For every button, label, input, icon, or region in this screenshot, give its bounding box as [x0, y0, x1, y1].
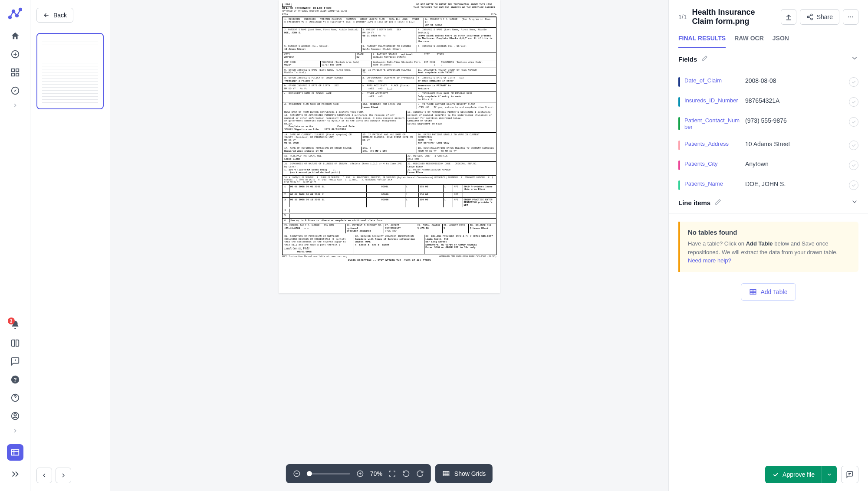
explore-icon[interactable]: [10, 86, 20, 95]
collapse-icon[interactable]: [10, 469, 20, 479]
svg-point-1: [12, 10, 15, 13]
total-charge: 475 00: [420, 227, 429, 230]
results-panel: 1/1 Health Insurance Claim form.png Shar…: [668, 0, 868, 491]
birth-date: 05 01 1925: [362, 34, 377, 37]
illness-date: 06 01 2008: [284, 141, 299, 144]
notifications-icon[interactable]: 3: [10, 320, 20, 330]
svg-rect-18: [443, 471, 449, 476]
approve-dropdown[interactable]: [822, 466, 837, 483]
fit-button[interactable]: [388, 470, 396, 478]
back-button[interactable]: Back: [36, 8, 73, 23]
document-page: 1500 HEALTH INSURANCE CLAIM FORM APPROVE…: [279, 0, 500, 293]
expand-rail-icon[interactable]: [12, 102, 18, 110]
svg-text:?: ?: [13, 377, 16, 383]
help-link[interactable]: Need more help?: [688, 257, 731, 264]
left-rail: 3 ?: [0, 0, 30, 491]
field-label: Patients_City: [684, 160, 741, 167]
field-color-bar: [678, 160, 680, 170]
arrow-left-icon: [43, 12, 50, 19]
field-row[interactable]: Patients_NameDOE, JOHN S.: [678, 175, 858, 192]
field-color-bar: [678, 117, 680, 130]
field-label: Insureds_ID_Number: [684, 97, 741, 104]
prev-page-button[interactable]: [36, 468, 52, 483]
claim-date: 08/08/2008: [332, 128, 346, 131]
apps-icon[interactable]: [10, 68, 20, 77]
add-table-label: Add Table: [760, 288, 787, 295]
svg-point-2: [16, 14, 18, 17]
add-table-button[interactable]: Add Table: [741, 283, 796, 301]
docs-icon[interactable]: [10, 338, 20, 348]
field-verify-button[interactable]: [849, 160, 858, 170]
field-value: 987654321A: [745, 97, 845, 104]
approve-label: Approve file: [783, 471, 815, 478]
page-thumbnail[interactable]: [36, 33, 104, 109]
field-row[interactable]: Patients_Address10 Adams Street: [678, 135, 858, 155]
comment-icon: [846, 471, 854, 478]
help-icon[interactable]: [10, 393, 20, 403]
svg-point-19: [811, 14, 812, 16]
avoid-rejection: AVOID REJECTION -- STAY WITHIN THE LINES…: [282, 259, 496, 262]
zoom-slider[interactable]: [307, 473, 350, 475]
table-view-icon[interactable]: [7, 444, 23, 461]
patient-phone: (973) 555-9876: [322, 63, 342, 66]
medigap: "Medigap" & Policy #: [284, 79, 313, 82]
field-verify-button[interactable]: [849, 117, 858, 127]
thumbnail-preview: [39, 36, 101, 107]
feedback-icon[interactable]: [10, 357, 20, 366]
pica-right: PICA: [491, 13, 496, 16]
document-canvas[interactable]: 1500 HEALTH INSURANCE CLAIM FORM APPROVE…: [110, 0, 668, 491]
grid-icon: [442, 470, 450, 478]
add-icon[interactable]: [10, 49, 20, 59]
field-label: Date_of_Claim: [684, 77, 741, 84]
next-page-button[interactable]: [56, 468, 71, 483]
comment-button[interactable]: [841, 466, 858, 483]
check-icon: [772, 471, 779, 478]
account-icon[interactable]: [10, 411, 20, 421]
svg-rect-15: [11, 450, 19, 455]
rotate-left-button[interactable]: [402, 470, 410, 478]
help-solid-icon[interactable]: ?: [10, 375, 20, 384]
field-value: (973) 555-9876: [745, 117, 845, 124]
edit-line-items-button[interactable]: [715, 199, 721, 207]
tab-final-results[interactable]: FINAL RESULTS: [678, 35, 726, 48]
pencil-icon: [701, 55, 708, 62]
field-verify-button[interactable]: [849, 180, 858, 190]
field-row[interactable]: Patients_CityAnytown: [678, 155, 858, 175]
field-value: 10 Adams Street: [745, 141, 845, 147]
rotate-right-button[interactable]: [416, 470, 424, 478]
app-logo[interactable]: [8, 7, 22, 21]
field-row[interactable]: Insureds_ID_Number987654321A: [678, 92, 858, 112]
page-counter: 1/1: [678, 13, 687, 20]
field-row[interactable]: Date_of_Claim2008-08-08: [678, 72, 858, 92]
upload-button[interactable]: [781, 9, 796, 25]
field-color-bar: [678, 77, 680, 87]
edit-fields-button[interactable]: [701, 55, 708, 63]
zoom-in-button[interactable]: [356, 470, 364, 478]
show-grids-button[interactable]: Show Grids: [435, 464, 493, 483]
collapse-fields-button[interactable]: [851, 54, 858, 64]
tab-json[interactable]: JSON: [773, 35, 789, 48]
field-row[interactable]: Patient_Contact_Number(973) 555-9876: [678, 112, 858, 135]
infobox-title: No tables found: [688, 229, 851, 236]
approve-button[interactable]: Approve file: [765, 466, 837, 483]
svg-rect-8: [16, 73, 18, 76]
referring: Required when ordered by MD: [284, 150, 323, 153]
tab-raw-ocr[interactable]: RAW OCR: [734, 35, 764, 48]
more-icon: [847, 13, 855, 21]
share-button[interactable]: Share: [800, 9, 839, 25]
home-icon[interactable]: [10, 31, 20, 41]
chevron-left-icon: [41, 472, 48, 479]
expand-rail-bottom-icon[interactable]: [12, 428, 18, 435]
field-verify-button[interactable]: [849, 77, 858, 87]
pica-left: PICA: [282, 13, 288, 16]
zoom-out-button[interactable]: [293, 470, 301, 478]
field-verify-button[interactable]: [849, 97, 858, 107]
chevron-down-icon: [826, 471, 832, 478]
more-button[interactable]: [843, 9, 858, 25]
field-verify-button[interactable]: [849, 141, 858, 150]
field-value: Anytown: [745, 160, 845, 167]
share-label: Share: [817, 13, 833, 20]
collapse-line-items-button[interactable]: [851, 198, 858, 207]
svg-point-14: [14, 414, 16, 416]
no-tables-infobox: No tables found Have a table? Click on A…: [678, 222, 858, 272]
